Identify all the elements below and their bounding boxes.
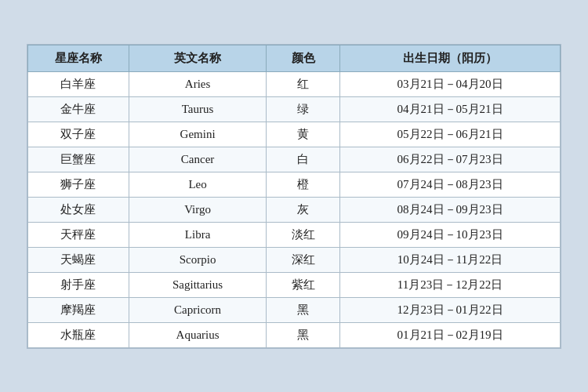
cell-color: 淡红 [267, 222, 340, 247]
cell-color: 绿 [267, 96, 340, 122]
cell-color: 白 [267, 147, 340, 172]
cell-zh: 白羊座 [28, 71, 129, 96]
cell-date: 12月23日－01月22日 [340, 297, 561, 322]
cell-date: 06月22日－07月23日 [340, 147, 561, 172]
cell-en: Taurus [129, 96, 267, 122]
cell-color: 紫红 [267, 272, 340, 297]
table-row: 天蝎座Scorpio深红10月24日－11月22日 [28, 247, 561, 272]
cell-zh: 水瓶座 [28, 322, 129, 347]
cell-color: 黄 [267, 122, 340, 147]
cell-color: 黑 [267, 322, 340, 347]
cell-en: Capricorn [129, 297, 267, 322]
table-row: 金牛座Taurus绿04月21日－05月21日 [28, 96, 561, 122]
table-row: 双子座Gemini黄05月22日－06月21日 [28, 122, 561, 147]
cell-en: Leo [129, 172, 267, 197]
cell-color: 橙 [267, 172, 340, 197]
cell-date: 05月22日－06月21日 [340, 122, 561, 147]
cell-zh: 天蝎座 [28, 247, 129, 272]
cell-date: 10月24日－11月22日 [340, 247, 561, 272]
cell-en: Aries [129, 71, 267, 96]
cell-date: 03月21日－04月20日 [340, 71, 561, 96]
cell-en: Gemini [129, 122, 267, 147]
cell-date: 04月21日－05月21日 [340, 96, 561, 122]
cell-zh: 狮子座 [28, 172, 129, 197]
table-row: 射手座Sagittarius紫红11月23日－12月22日 [28, 272, 561, 297]
cell-color: 红 [267, 71, 340, 96]
cell-zh: 天秤座 [28, 222, 129, 247]
cell-date: 07月24日－08月23日 [340, 172, 561, 197]
cell-en: Aquarius [129, 322, 267, 347]
table-header-row: 星座名称 英文名称 颜色 出生日期（阳历） [28, 45, 561, 71]
cell-color: 灰 [267, 197, 340, 222]
table-row: 天秤座Libra淡红09月24日－10月23日 [28, 222, 561, 247]
header-en: 英文名称 [129, 45, 267, 71]
cell-zh: 摩羯座 [28, 297, 129, 322]
table-row: 白羊座Aries红03月21日－04月20日 [28, 71, 561, 96]
table-row: 处女座Virgo灰08月24日－09月23日 [28, 197, 561, 222]
cell-color: 黑 [267, 297, 340, 322]
cell-date: 01月21日－02月19日 [340, 322, 561, 347]
cell-date: 09月24日－10月23日 [340, 222, 561, 247]
cell-zh: 金牛座 [28, 96, 129, 122]
cell-en: Cancer [129, 147, 267, 172]
table-body: 白羊座Aries红03月21日－04月20日金牛座Taurus绿04月21日－0… [28, 71, 561, 347]
header-date: 出生日期（阳历） [340, 45, 561, 71]
cell-zh: 巨蟹座 [28, 147, 129, 172]
table-row: 狮子座Leo橙07月24日－08月23日 [28, 172, 561, 197]
cell-date: 11月23日－12月22日 [340, 272, 561, 297]
zodiac-table-wrapper: 星座名称 英文名称 颜色 出生日期（阳历） 白羊座Aries红03月21日－04… [27, 44, 561, 349]
cell-zh: 处女座 [28, 197, 129, 222]
cell-en: Scorpio [129, 247, 267, 272]
cell-en: Libra [129, 222, 267, 247]
table-row: 水瓶座Aquarius黑01月21日－02月19日 [28, 322, 561, 347]
header-zh: 星座名称 [28, 45, 129, 71]
cell-date: 08月24日－09月23日 [340, 197, 561, 222]
cell-en: Sagittarius [129, 272, 267, 297]
table-row: 摩羯座Capricorn黑12月23日－01月22日 [28, 297, 561, 322]
header-color: 颜色 [267, 45, 340, 71]
table-row: 巨蟹座Cancer白06月22日－07月23日 [28, 147, 561, 172]
zodiac-table: 星座名称 英文名称 颜色 出生日期（阳历） 白羊座Aries红03月21日－04… [27, 45, 561, 348]
cell-en: Virgo [129, 197, 267, 222]
cell-zh: 射手座 [28, 272, 129, 297]
cell-zh: 双子座 [28, 122, 129, 147]
cell-color: 深红 [267, 247, 340, 272]
